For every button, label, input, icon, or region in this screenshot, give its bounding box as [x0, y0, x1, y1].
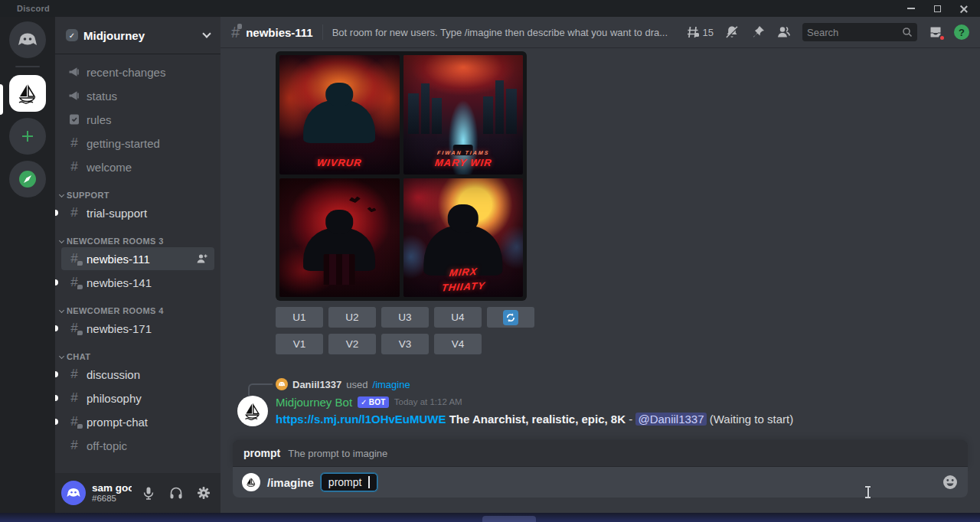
compass-icon	[18, 169, 38, 189]
artwork-quadrant-4: MIRX THIIATY	[403, 178, 524, 298]
channel-title: newbies-111	[246, 26, 313, 39]
pinned-messages-button[interactable]	[750, 24, 766, 40]
hash-thread-icon: #	[67, 414, 81, 429]
notification-settings-button[interactable]	[724, 24, 740, 40]
city-tower	[506, 89, 517, 134]
search-bar[interactable]	[802, 23, 917, 41]
category-newcomer-rooms-3[interactable]: NEWCOMER ROOMS 3	[60, 237, 214, 246]
hash-icon: #	[67, 390, 81, 406]
hash-icon: #	[67, 367, 81, 382]
channel-trial-support[interactable]: # trial-support	[61, 201, 214, 224]
hash-icon: #	[67, 135, 81, 151]
close-icon	[959, 5, 968, 13]
sailboat-icon	[16, 82, 39, 105]
server-rail	[0, 17, 55, 513]
main-content: # newbies-111 Bot room for new users. Ty…	[220, 17, 980, 513]
window-minimize-button[interactable]	[902, 2, 920, 15]
u3-button[interactable]: U3	[381, 307, 429, 328]
city-tower	[408, 93, 419, 134]
invite-people-icon[interactable]	[196, 253, 208, 265]
search-input[interactable]	[807, 27, 902, 38]
home-button[interactable]	[9, 21, 46, 58]
v3-button[interactable]: V3	[381, 334, 429, 354]
deafen-button[interactable]	[165, 482, 187, 504]
explore-servers-button[interactable]	[9, 161, 46, 197]
channel-newbies-171[interactable]: # newbies-171	[61, 317, 214, 340]
channel-discussion[interactable]: # discussion	[61, 363, 214, 386]
reroll-icon	[503, 310, 518, 325]
channel-topic[interactable]: Bot room for new users. Type /imagine th…	[332, 27, 668, 38]
gear-icon	[197, 486, 211, 500]
v1-button[interactable]: V1	[276, 334, 323, 354]
channel-newbies-111[interactable]: # newbies-111	[61, 247, 214, 270]
v4-button[interactable]: V4	[434, 334, 482, 354]
midjourney-bot-avatar[interactable]	[237, 396, 268, 426]
autocomplete-option[interactable]: prompt	[243, 447, 280, 459]
hash-icon: #	[67, 438, 81, 453]
channel-recent-changes[interactable]: recent-changes	[61, 60, 214, 83]
emoji-picker-button[interactable]	[942, 474, 959, 491]
microphone-icon	[142, 486, 155, 500]
user-mention[interactable]: @Daniil1337	[635, 413, 706, 426]
category-chat[interactable]: CHAT	[60, 352, 214, 361]
hash-icon: #	[67, 205, 81, 220]
figure-silhouette	[303, 100, 375, 143]
headphones-icon	[169, 486, 183, 500]
window-close-button[interactable]	[954, 2, 972, 15]
channel-header: # newbies-111 Bot room for new users. Ty…	[220, 17, 980, 47]
message-link[interactable]: https://s.mj.run/l1OHvEuMUWE	[276, 413, 446, 426]
megaphone-icon	[67, 89, 81, 103]
message-body: https://s.mj.run/l1OHvEuMUWE The Anarchi…	[276, 412, 968, 427]
window-maximize-button[interactable]	[928, 2, 946, 15]
reply-username[interactable]: Daniil1337	[292, 379, 341, 390]
channel-prompt-chat[interactable]: # prompt-chat	[61, 410, 214, 433]
channel-welcome[interactable]: # welcome	[61, 155, 214, 178]
header-divider	[322, 24, 323, 40]
slash-command-autocomplete[interactable]: prompt The prompt to imagine	[233, 440, 968, 467]
mute-microphone-button[interactable]	[138, 482, 159, 504]
u4-button[interactable]: U4	[434, 307, 482, 328]
server-dropdown[interactable]: ✓ Midjourney	[55, 17, 220, 54]
option-field-value: prompt	[328, 476, 362, 488]
reroll-button[interactable]	[487, 307, 534, 328]
status-text: (Waiting to start)	[710, 413, 793, 426]
message-input-bar[interactable]: /imagine prompt	[233, 467, 968, 498]
inbox-button[interactable]	[928, 24, 943, 40]
midjourney-image-grid[interactable]: WIVRUR FIWAN TIAMS MARY WIR	[276, 51, 527, 301]
city-tower	[432, 98, 442, 134]
reply-user-avatar[interactable]	[276, 378, 288, 390]
message-timestamp: Today at 1:12 AM	[394, 397, 462, 406]
category-support[interactable]: SUPPORT	[60, 191, 214, 200]
channel-rules[interactable]: rules	[61, 108, 214, 131]
user-settings-button[interactable]	[193, 482, 214, 504]
server-icon-midjourney[interactable]	[9, 75, 46, 112]
channel-philosophy[interactable]: # philosophy	[61, 387, 214, 409]
user-avatar[interactable]	[61, 481, 86, 505]
members-icon	[776, 24, 792, 40]
server-name: Midjourney	[83, 29, 198, 42]
channel-status[interactable]: status	[61, 84, 214, 107]
castle-silhouette	[324, 254, 355, 285]
help-button[interactable]: ?	[954, 24, 969, 40]
message-author[interactable]: Midjourney Bot	[276, 396, 352, 409]
command-option-field[interactable]: prompt	[321, 473, 377, 491]
message-list: WIVRUR FIWAN TIAMS MARY WIR	[220, 47, 980, 440]
threads-button[interactable]: 15	[685, 24, 714, 40]
channel-newbies-141[interactable]: # newbies-141	[61, 271, 214, 294]
add-server-button[interactable]	[9, 118, 46, 155]
search-icon	[902, 27, 913, 38]
channel-off-topic[interactable]: # off-topic	[61, 434, 214, 457]
u2-button[interactable]: U2	[328, 307, 376, 328]
category-newcomer-rooms-4[interactable]: NEWCOMER ROOMS 4	[60, 306, 214, 315]
reply-command-link[interactable]: /imagine	[373, 379, 410, 390]
rules-icon	[67, 113, 81, 126]
member-list-button[interactable]	[776, 24, 792, 40]
megaphone-icon	[67, 65, 81, 79]
channel-getting-started[interactable]: # getting-started	[61, 132, 214, 155]
hash-thread-icon: #	[67, 275, 81, 290]
bot-badge: ✓ BOT	[358, 396, 389, 408]
v2-button[interactable]: V2	[328, 334, 376, 354]
user-info[interactable]: sam good... #6685	[92, 482, 132, 504]
u1-button[interactable]: U1	[276, 307, 323, 328]
chevron-down-icon	[202, 29, 211, 38]
